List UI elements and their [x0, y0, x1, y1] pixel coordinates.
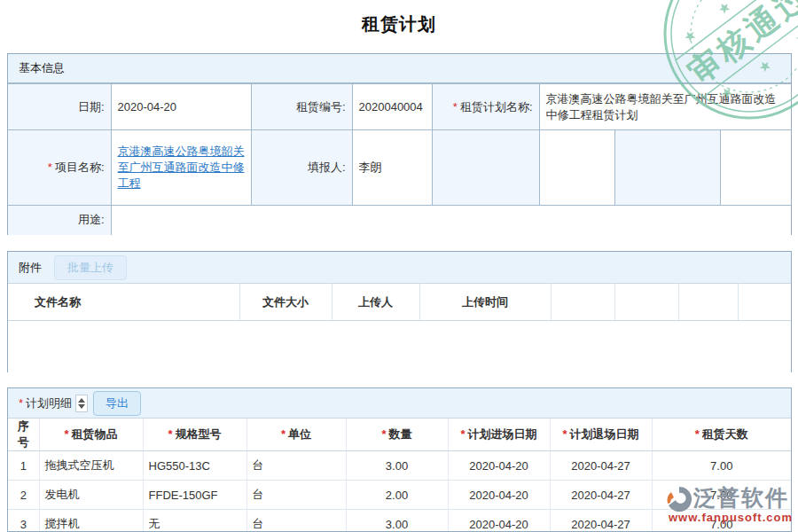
plan-name-label: *租赁计划名称:	[432, 84, 539, 130]
col-seq: 序号	[8, 419, 39, 451]
col-entry-date: *计划进场日期	[448, 419, 550, 451]
cell-exit-date: 2020-04-27	[550, 510, 652, 532]
plan-details-toolbar: * 计划明细 导出	[8, 388, 791, 419]
attach-col-filename: 文件名称	[8, 284, 239, 321]
empty-value-cell	[720, 130, 791, 206]
cell-exit-date: 2020-04-27	[550, 451, 652, 481]
attachments-section-title: 附件	[19, 260, 42, 276]
filler-label: 填报人:	[251, 130, 352, 206]
basic-info-table: 日期: 2020-04-20 租赁编号: 2020040004 *租赁计划名称:…	[8, 83, 791, 235]
empty-label-cell	[432, 130, 539, 206]
export-button[interactable]: 导出	[93, 391, 141, 416]
table-row: 1 拖拽式空压机 HG550-13C 台 3.00 2020-04-20 202…	[8, 451, 791, 481]
rent-no-value: 2020040004	[352, 84, 432, 130]
purpose-value	[111, 206, 791, 235]
required-mark: *	[19, 396, 23, 410]
sort-stepper-icon[interactable]	[75, 395, 88, 412]
attach-col-empty	[614, 284, 678, 321]
page-title: 租赁计划	[0, 12, 798, 36]
rent-no-label: 租赁编号:	[251, 84, 352, 130]
cell-qty: 3.00	[346, 451, 448, 481]
purpose-label: 用途:	[8, 206, 111, 235]
plan-details-table: 序号 *租赁物品 *规格型号 *单位 *数量 *计划进场日期 *计划退场日期 *…	[8, 419, 791, 532]
required-mark: *	[48, 160, 52, 174]
table-row: 3 搅拌机 无 台 3.00 2020-04-20 2020-04-27 7.0…	[8, 510, 791, 532]
cell-item: 发电机	[39, 481, 143, 510]
attach-col-empty	[551, 284, 614, 321]
attachments-table: 文件名称 文件大小 上传人 上传时间	[8, 283, 791, 321]
cell-model: HG550-13C	[143, 451, 246, 481]
attach-col-filesize: 文件大小	[239, 284, 332, 321]
cell-qty: 3.00	[346, 510, 448, 532]
empty-value-cell	[539, 130, 614, 206]
cell-unit: 台	[246, 510, 346, 532]
project-link[interactable]: 京港澳高速公路粤境韶关至广州互通路面改造中修工程	[118, 145, 245, 190]
cell-entry-date: 2020-04-20	[448, 510, 550, 532]
cell-entry-date: 2020-04-20	[448, 451, 550, 481]
date-value: 2020-04-20	[111, 84, 251, 130]
plan-name-value: 京港澳高速公路粤境韶关至广州互通路面改造中修工程租赁计划	[539, 84, 791, 130]
cell-seq: 3	[8, 510, 39, 532]
cell-days: 7.00	[652, 481, 791, 510]
attachments-header: 附件 批量上传	[8, 252, 791, 283]
table-row: 2 发电机 FFDE-150GF 台 2.00 2020-04-20 2020-…	[8, 481, 791, 510]
filler-value: 李朗	[352, 130, 432, 206]
empty-label-cell	[614, 130, 720, 206]
cell-item: 搅拌机	[39, 510, 143, 532]
required-mark: *	[453, 100, 458, 113]
cell-unit: 台	[246, 481, 346, 510]
col-qty: *数量	[346, 419, 448, 451]
cell-seq: 1	[8, 451, 39, 481]
attach-col-uploadtime: 上传时间	[419, 284, 551, 321]
attachments-section: 附件 批量上传 文件名称 文件大小 上传人 上传时间	[7, 251, 792, 372]
cell-model: FFDE-150GF	[143, 481, 246, 510]
col-unit: *单位	[246, 419, 346, 451]
attach-col-uploader: 上传人	[332, 284, 419, 321]
plan-details-section-title: 计划明细	[26, 395, 72, 411]
cell-item: 拖拽式空压机	[39, 451, 143, 481]
attachments-empty-area	[8, 321, 791, 373]
cell-exit-date: 2020-04-27	[550, 481, 652, 510]
cell-seq: 2	[8, 481, 39, 510]
cell-qty: 2.00	[346, 481, 448, 510]
batch-upload-button[interactable]: 批量上传	[54, 255, 127, 280]
attach-col-empty	[738, 284, 791, 321]
date-label: 日期:	[8, 84, 111, 130]
cell-entry-date: 2020-04-20	[448, 481, 550, 510]
plan-details-section: * 计划明细 导出 序号 *租赁物品 *规格型号 *单位 *数量 *计划进场日期…	[7, 387, 792, 532]
cell-model: 无	[143, 510, 246, 532]
project-label: *项目名称:	[8, 130, 111, 206]
basic-info-section-title: 基本信息	[8, 54, 791, 83]
col-days: *租赁天数	[652, 419, 791, 451]
col-item: *租赁物品	[39, 419, 143, 451]
basic-info-section: 基本信息 日期: 2020-04-20 租赁编号: 2020040004 *租赁…	[7, 53, 792, 235]
col-exit-date: *计划退场日期	[550, 419, 652, 451]
col-model: *规格型号	[143, 419, 246, 451]
cell-unit: 台	[246, 451, 346, 481]
attach-col-empty	[678, 284, 738, 321]
cell-days: 7.00	[652, 510, 791, 532]
cell-days: 7.00	[652, 451, 791, 481]
